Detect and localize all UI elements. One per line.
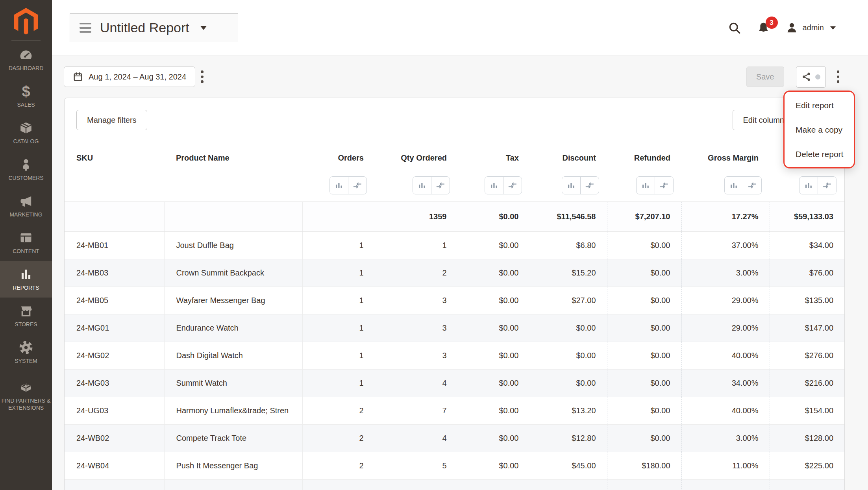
column-header-tax[interactable]: Tax xyxy=(458,147,530,169)
search-icon[interactable] xyxy=(728,21,741,35)
sidebar-divider xyxy=(11,40,41,41)
sidebar-item-label: CONTENT xyxy=(11,248,41,255)
column-header-sku[interactable]: SKU xyxy=(65,147,164,169)
column-control xyxy=(636,176,674,194)
report-title-dropdown[interactable]: Untitled Report xyxy=(70,13,238,42)
column-control xyxy=(724,176,762,194)
cell-total: $276.00 xyxy=(770,342,844,370)
sidebar-item-dashboard[interactable]: DASHBOARD xyxy=(0,41,52,78)
report-toolbar: Aug 1, 2024 – Aug 31, 2024 Save xyxy=(52,56,868,98)
sidebar-item-label: FIND PARTNERS & EXTENSIONS xyxy=(0,397,52,411)
magento-logo-icon[interactable] xyxy=(14,8,38,35)
save-button[interactable]: Save xyxy=(746,67,784,87)
cell-product-name: Endurance Watch xyxy=(164,314,302,342)
sidebar-divider xyxy=(11,374,41,374)
cell-discount: $0.00 xyxy=(530,314,607,342)
chart-toggle-button[interactable] xyxy=(800,177,818,194)
account-menu[interactable]: admin xyxy=(786,22,836,34)
sidebar-item-label: STORES xyxy=(13,321,38,328)
chart-toggle-button[interactable] xyxy=(413,177,431,194)
column-header-discount[interactable]: Discount xyxy=(530,147,607,169)
sidebar-item-stores[interactable]: STORES xyxy=(0,298,52,334)
report-actions-kebab-icon[interactable] xyxy=(831,67,845,86)
cell-sku: 24-WB05 xyxy=(65,480,164,490)
cell-tax: $0.00 xyxy=(458,397,530,425)
megaphone-icon xyxy=(19,194,33,208)
cell-refunded: $0.00 xyxy=(607,287,681,314)
share-icon xyxy=(801,71,812,82)
menu-item-edit-report[interactable]: Edit report xyxy=(785,93,854,118)
cell-gross-margin: 29.00% xyxy=(681,287,770,314)
column-header-orders[interactable]: Orders xyxy=(302,147,375,169)
share-button[interactable] xyxy=(796,66,826,88)
cell-qty-ordered: 3 xyxy=(375,314,458,342)
table-row: 24-MB03 Crown Summit Backpack 1 2 $0.00 … xyxy=(65,259,844,287)
cell-orders: 1 xyxy=(302,370,375,397)
notification-count-badge: 3 xyxy=(766,17,778,29)
cell-tax: $0.00 xyxy=(458,370,530,397)
notifications-button[interactable]: 3 xyxy=(757,21,770,34)
sidebar-item-content[interactable]: CONTENT xyxy=(0,224,52,261)
column-header-qty-ordered[interactable]: Qty Ordered xyxy=(375,147,458,169)
report-grid-card: Manage filters Edit columns SKU Product … xyxy=(64,98,845,490)
compare-toggle-button[interactable] xyxy=(503,177,522,194)
gear-icon xyxy=(19,340,33,355)
table-row: 24-MG01 Endurance Watch 1 3 $0.00 $0.00 … xyxy=(65,314,844,342)
cell-total: $135.00 xyxy=(770,287,844,314)
sidebar-item-reports[interactable]: REPORTS xyxy=(0,261,52,298)
cell-tax: $0.00 xyxy=(458,480,530,490)
column-header-gross-margin[interactable]: Gross Margin xyxy=(681,147,770,169)
compare-toggle-button[interactable] xyxy=(655,177,673,194)
cell-product-name: Harmony Lumaflex&trade; Stren xyxy=(164,397,302,425)
cell-discount: $13.20 xyxy=(530,397,607,425)
user-icon xyxy=(786,22,798,34)
chart-toggle-button[interactable] xyxy=(330,177,348,194)
topbar: Untitled Report 3 admin xyxy=(52,0,868,56)
magento-admin-page: DASHBOARD $ SALES CATALOG CUSTOMERS xyxy=(0,0,868,490)
cell-tax: $0.00 xyxy=(458,287,530,314)
dollar-icon: $ xyxy=(22,84,30,98)
main-content: Untitled Report 3 admin xyxy=(52,0,868,490)
calendar-icon xyxy=(73,72,83,82)
storefront-icon xyxy=(19,304,33,318)
compare-toggle-button[interactable] xyxy=(348,177,366,194)
date-range-picker[interactable]: Aug 1, 2024 – Aug 31, 2024 xyxy=(64,67,195,87)
menu-item-delete-report[interactable]: Delete report xyxy=(785,142,854,166)
compare-toggle-button[interactable] xyxy=(581,177,599,194)
cell-discount: $0.00 xyxy=(530,370,607,397)
date-options-kebab-icon[interactable] xyxy=(195,67,209,86)
chevron-down-icon xyxy=(200,26,207,30)
cell-tax: $0.00 xyxy=(458,232,530,259)
cell-gross-margin: 40.00% xyxy=(681,342,770,370)
table-row: 24-MG03 Summit Watch 1 4 $0.00 $0.00 $0.… xyxy=(65,370,844,397)
sidebar-item-system[interactable]: SYSTEM xyxy=(0,334,52,371)
cell-sku: 24-MG02 xyxy=(65,342,164,370)
table-row: 24-MB05 Wayfarer Messenger Bag 1 3 $0.00… xyxy=(65,287,844,314)
cell-total: $48.00 xyxy=(770,480,844,490)
cell-orders: 1 xyxy=(302,342,375,370)
sidebar-item-sales[interactable]: $ SALES xyxy=(0,78,52,115)
compare-toggle-button[interactable] xyxy=(743,177,761,194)
menu-item-make-a-copy[interactable]: Make a copy xyxy=(785,118,854,142)
column-header-refunded[interactable]: Refunded xyxy=(607,147,681,169)
compare-toggle-button[interactable] xyxy=(431,177,450,194)
cell-orders: 1 xyxy=(302,314,375,342)
sidebar-item-catalog[interactable]: CATALOG xyxy=(0,115,52,151)
chart-toggle-button[interactable] xyxy=(637,177,655,194)
chart-toggle-button[interactable] xyxy=(562,177,581,194)
cell-refunded: $180.00 xyxy=(607,452,681,480)
chart-toggle-button[interactable] xyxy=(725,177,743,194)
sidebar-item-marketing[interactable]: MARKETING xyxy=(0,188,52,224)
manage-filters-button[interactable]: Manage filters xyxy=(76,110,147,130)
cell-tax: $0.00 xyxy=(458,425,530,452)
column-header-product-name[interactable]: Product Name xyxy=(164,147,302,169)
cell-refunded: $0.00 xyxy=(607,397,681,425)
sidebar-item-find-partners[interactable]: FIND PARTNERS & EXTENSIONS xyxy=(0,377,52,414)
cell-qty-ordered: 3 xyxy=(375,287,458,314)
sidebar-item-customers[interactable]: CUSTOMERS xyxy=(0,151,52,188)
compare-toggle-button[interactable] xyxy=(818,177,836,194)
cell-orders: 1 xyxy=(302,232,375,259)
chart-toggle-button[interactable] xyxy=(485,177,503,194)
cell-product-name: Compete Track Tote xyxy=(164,425,302,452)
cell-sku: 24-MB05 xyxy=(65,287,164,314)
